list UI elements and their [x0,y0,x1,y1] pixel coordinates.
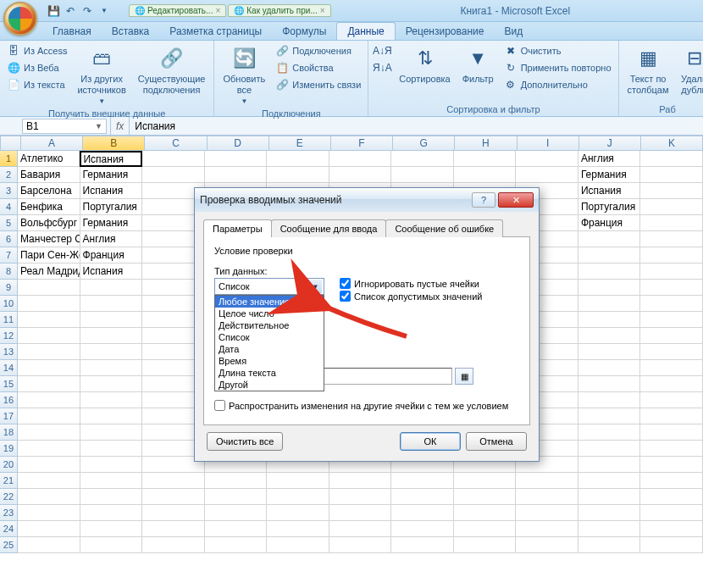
dropdown-option[interactable]: Целое число [215,308,324,319]
row-header[interactable]: 11 [0,312,18,328]
row-header[interactable]: 10 [0,296,18,312]
cell[interactable]: Португалия [578,199,641,215]
cell[interactable] [142,167,205,183]
row-header[interactable]: 2 [0,167,18,183]
cell[interactable] [454,489,517,505]
from-web-button[interactable]: 🌐Из Веба [5,60,69,75]
cell[interactable] [267,151,329,167]
qat-dropdown-icon[interactable]: ▼ [97,3,112,19]
cell[interactable] [578,247,641,263]
cell[interactable] [267,473,329,489]
cell[interactable] [205,167,268,183]
tab-home[interactable]: Главная [42,23,102,40]
help-button[interactable]: ? [472,192,495,208]
cell[interactable] [329,151,392,167]
save-icon[interactable]: 💾 [46,3,61,19]
cell[interactable] [329,537,392,553]
cell[interactable] [329,473,392,489]
cell[interactable]: Реал Мадрид [18,263,80,280]
dropdown-option[interactable]: Дата [215,343,324,355]
cell[interactable] [640,392,703,408]
cell[interactable] [454,537,517,553]
cell[interactable] [391,521,454,537]
cell[interactable] [516,151,578,167]
tab-formulas[interactable]: Формулы [272,23,336,40]
row-header[interactable]: 19 [0,441,18,457]
cell[interactable] [578,392,641,408]
row-header[interactable]: 16 [0,392,18,408]
cell[interactable] [578,441,641,457]
cell[interactable]: Португалия [80,199,143,215]
cell[interactable] [18,489,80,505]
cell[interactable] [80,457,143,473]
cell[interactable] [516,473,578,489]
cell[interactable] [640,231,703,247]
row-header[interactable]: 24 [0,521,18,537]
clear-all-button[interactable]: Очистить все [207,432,283,451]
cell[interactable] [640,183,703,199]
cell[interactable] [80,344,143,360]
cell[interactable] [80,537,143,553]
cell[interactable] [18,360,80,376]
select-all-corner[interactable] [0,136,21,151]
in-cell-dropdown-checkbox[interactable]: Список допустимых значений [340,291,482,302]
tab-parameters[interactable]: Параметры [203,219,272,237]
cell[interactable] [578,489,641,505]
column-header[interactable]: C [145,136,207,151]
dropdown-option[interactable]: Длина текста [215,367,324,379]
cell[interactable] [516,537,578,553]
row-header[interactable]: 8 [0,263,18,280]
cell[interactable] [205,489,268,505]
cell[interactable] [516,167,578,183]
cell[interactable] [578,263,641,280]
cell[interactable]: Франция [80,247,143,263]
row-header[interactable]: 17 [0,408,18,424]
filter-button[interactable]: ▼Фильтр [459,43,497,86]
cell[interactable] [18,376,80,392]
cell[interactable] [578,408,641,424]
dropdown-option[interactable]: Другой [215,379,324,391]
cell[interactable] [640,537,703,553]
cancel-button[interactable]: Отмена [466,432,527,451]
row-header[interactable]: 6 [0,231,18,247]
cell[interactable] [142,537,205,553]
cell[interactable]: Атлетико [18,151,80,167]
column-header[interactable]: D [208,136,269,151]
tab-data[interactable]: Данные [336,22,395,40]
cell[interactable] [18,280,80,296]
cell[interactable]: Англия [578,151,641,167]
from-access-button[interactable]: 🗄Из Access [5,43,69,58]
cell[interactable]: Вольфсбург [18,215,80,231]
cell[interactable]: Испания [578,183,641,199]
cell[interactable] [80,392,143,408]
cell[interactable]: Барселона [18,183,80,199]
cell[interactable] [18,473,80,489]
cell[interactable] [18,441,80,457]
cell[interactable] [205,473,268,489]
dropdown-option[interactable]: Список [215,331,324,343]
cell[interactable] [516,489,578,505]
cell[interactable] [18,392,80,408]
cell[interactable] [640,344,703,360]
cell[interactable] [205,505,268,521]
other-sources-button[interactable]: 🗃Из других источников▼ [74,43,129,108]
advanced-filter-button[interactable]: ⚙Дополнительно [502,77,613,92]
cell[interactable] [640,441,703,457]
cell[interactable] [18,521,80,537]
row-header[interactable]: 7 [0,247,18,263]
tab-input-message[interactable]: Сообщение для ввода [271,219,387,237]
connections-button[interactable]: 🔗Подключения [274,43,363,58]
tab-view[interactable]: Вид [494,23,533,40]
cell[interactable] [640,457,703,473]
cell[interactable] [80,328,143,344]
cell[interactable]: Германия [578,167,641,183]
cell[interactable] [329,505,392,521]
undo-icon[interactable]: ↶ [63,3,78,19]
name-box[interactable]: B1▼ [22,119,107,134]
row-header[interactable]: 23 [0,505,18,521]
cell[interactable]: Германия [80,215,143,231]
properties-button[interactable]: 📋Свойства [274,60,363,75]
sort-za-button[interactable]: Я↓А [374,60,390,75]
cell[interactable] [18,328,80,344]
cell[interactable] [18,457,80,473]
